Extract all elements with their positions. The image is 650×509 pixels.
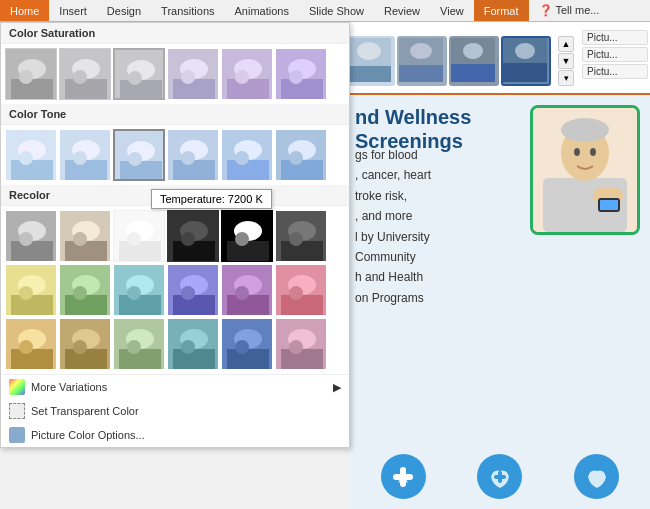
svg-rect-55 xyxy=(173,160,215,181)
svg-rect-127 xyxy=(173,349,215,370)
tab-design[interactable]: Design xyxy=(97,0,151,21)
svg-rect-27 xyxy=(120,80,162,100)
svg-point-36 xyxy=(235,70,249,84)
svg-rect-23 xyxy=(65,79,107,100)
picture-layout-btn-1[interactable]: Pictu... xyxy=(582,30,648,45)
saturation-thumb-4[interactable] xyxy=(167,48,219,100)
recolor-thumb-black[interactable] xyxy=(167,210,219,262)
recolor-thumb-navy[interactable] xyxy=(221,318,273,370)
recolor-thumb-no-recolor[interactable] xyxy=(5,210,57,262)
svg-point-108 xyxy=(235,286,249,300)
svg-point-72 xyxy=(73,232,87,246)
svg-rect-99 xyxy=(119,295,161,316)
picture-color-options-label: Picture Color Options... xyxy=(31,429,145,441)
svg-rect-123 xyxy=(119,349,161,370)
svg-rect-59 xyxy=(227,160,269,181)
tab-slideshow[interactable]: Slide Show xyxy=(299,0,374,21)
tone-thumb-6[interactable] xyxy=(275,129,327,181)
svg-point-60 xyxy=(235,151,249,165)
svg-rect-31 xyxy=(173,79,215,100)
tone-thumb-5[interactable] xyxy=(221,129,273,181)
recolor-thumb-sage[interactable] xyxy=(113,318,165,370)
svg-point-64 xyxy=(289,151,303,165)
svg-point-40 xyxy=(289,70,303,84)
style-thumb-5[interactable] xyxy=(449,36,499,86)
recolor-thumb-purple-tint[interactable] xyxy=(221,264,273,316)
set-transparent-icon xyxy=(9,403,25,419)
recolor-thumb-brown[interactable] xyxy=(59,318,111,370)
tone-thumb-1[interactable] xyxy=(5,129,57,181)
recolor-thumb-yellow[interactable] xyxy=(5,264,57,316)
recolor-thumb-pink[interactable] xyxy=(275,264,327,316)
picture-color-options-item[interactable]: Picture Color Options... xyxy=(1,423,349,447)
saturation-thumb-2[interactable] xyxy=(59,48,111,100)
svg-point-96 xyxy=(73,286,87,300)
recolor-thumb-grayscale[interactable] xyxy=(59,210,111,262)
svg-point-88 xyxy=(289,232,303,246)
tone-thumb-2[interactable] xyxy=(59,129,111,181)
person-image[interactable] xyxy=(530,105,640,235)
svg-rect-119 xyxy=(65,349,107,370)
style-thumb-4[interactable] xyxy=(397,36,447,86)
scroll-expand-arrow[interactable]: ▾ xyxy=(558,70,574,86)
svg-rect-95 xyxy=(65,295,107,316)
saturation-thumb-1[interactable] xyxy=(5,48,57,100)
recolor-thumb-cyan[interactable] xyxy=(113,264,165,316)
recolor-thumb-white[interactable] xyxy=(113,210,165,262)
tone-thumb-4[interactable] xyxy=(167,129,219,181)
svg-rect-135 xyxy=(281,349,323,370)
set-transparent-item[interactable]: Set Transparent Color xyxy=(1,399,349,423)
recolor-thumb-green-tint[interactable] xyxy=(59,264,111,316)
svg-rect-107 xyxy=(227,295,269,316)
color-tone-header: Color Tone xyxy=(1,104,349,125)
svg-rect-35 xyxy=(227,79,269,100)
style-thumb-3[interactable] xyxy=(345,36,395,86)
recolor-thumb-blue-tint[interactable] xyxy=(167,264,219,316)
saturation-thumb-5[interactable] xyxy=(221,48,273,100)
recolor-thumb-invert[interactable] xyxy=(221,210,273,262)
more-variations-item[interactable]: More Variations ▶ xyxy=(1,375,349,399)
svg-point-28 xyxy=(128,71,142,85)
svg-point-100 xyxy=(127,286,141,300)
svg-rect-103 xyxy=(173,295,215,316)
svg-point-44 xyxy=(19,151,33,165)
svg-point-128 xyxy=(181,340,195,354)
svg-point-112 xyxy=(289,286,303,300)
tab-insert[interactable]: Insert xyxy=(49,0,97,21)
recolor-thumb-dark[interactable] xyxy=(275,210,327,262)
svg-rect-111 xyxy=(281,295,323,316)
svg-rect-131 xyxy=(227,349,269,370)
tab-tell-me[interactable]: ❓ Tell me... xyxy=(529,0,610,21)
recolor-thumb-mauve[interactable] xyxy=(275,318,327,370)
saturation-thumb-6[interactable] xyxy=(275,48,327,100)
svg-point-140 xyxy=(561,118,609,142)
svg-point-80 xyxy=(181,232,195,246)
scroll-up-arrow[interactable]: ▲ xyxy=(558,36,574,52)
bullet-4: , and more xyxy=(355,206,520,226)
tab-view[interactable]: View xyxy=(430,0,474,21)
tone-thumb-3[interactable] xyxy=(113,129,165,181)
set-transparent-label: Set Transparent Color xyxy=(31,405,139,417)
tab-home[interactable]: Home xyxy=(0,0,49,21)
svg-rect-83 xyxy=(227,241,269,262)
tab-format[interactable]: Format xyxy=(474,0,529,21)
saturation-thumb-3[interactable] xyxy=(113,48,165,100)
svg-point-68 xyxy=(19,232,33,246)
tab-transitions[interactable]: Transitions xyxy=(151,0,224,21)
svg-point-76 xyxy=(127,232,141,246)
svg-rect-75 xyxy=(119,241,161,262)
tab-animations[interactable]: Animations xyxy=(225,0,299,21)
style-thumb-6[interactable] xyxy=(501,36,551,86)
picture-layout-btn-3[interactable]: Pictu... xyxy=(582,64,648,79)
tab-review[interactable]: Review xyxy=(374,0,430,21)
picture-layout-btn-2[interactable]: Pictu... xyxy=(582,47,648,62)
svg-rect-91 xyxy=(11,295,53,316)
svg-rect-16 xyxy=(503,63,547,82)
recolor-thumb-orange[interactable] xyxy=(5,318,57,370)
svg-point-84 xyxy=(235,232,249,246)
recolor-thumb-teal[interactable] xyxy=(167,318,219,370)
svg-rect-43 xyxy=(11,160,53,181)
icon-row xyxy=(350,454,650,499)
more-variations-label: More Variations xyxy=(31,381,107,393)
scroll-down-arrow[interactable]: ▼ xyxy=(558,53,574,69)
